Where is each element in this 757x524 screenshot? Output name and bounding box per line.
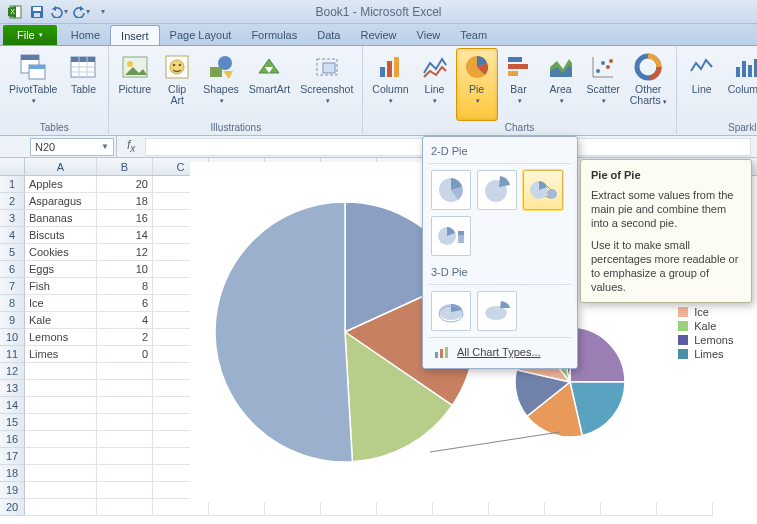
- cell[interactable]: 12: [97, 244, 153, 261]
- cell[interactable]: Limes: [25, 346, 97, 363]
- cell[interactable]: Eggs: [25, 261, 97, 278]
- excel-menu-icon[interactable]: X: [6, 3, 24, 21]
- pie-option-2d-exploded[interactable]: [477, 170, 517, 210]
- pie-option-bar-of-pie[interactable]: [431, 216, 471, 256]
- cell[interactable]: [25, 363, 97, 380]
- cell[interactable]: Bananas: [25, 210, 97, 227]
- row-header[interactable]: 16: [0, 431, 25, 448]
- cell[interactable]: [97, 380, 153, 397]
- select-all-corner[interactable]: [0, 158, 25, 175]
- cell[interactable]: [25, 465, 97, 482]
- tab-view[interactable]: View: [407, 25, 451, 45]
- cell[interactable]: [25, 431, 97, 448]
- cell[interactable]: [25, 448, 97, 465]
- cell[interactable]: [97, 414, 153, 431]
- tab-team[interactable]: Team: [450, 25, 497, 45]
- cell[interactable]: Biscuts: [25, 227, 97, 244]
- tab-home[interactable]: Home: [61, 25, 110, 45]
- screenshot-button[interactable]: Screenshot▾: [295, 48, 358, 121]
- row-header[interactable]: 10: [0, 329, 25, 346]
- sparkline-line-button[interactable]: Line: [681, 48, 723, 121]
- row-header[interactable]: 4: [0, 227, 25, 244]
- row-header[interactable]: 3: [0, 210, 25, 227]
- row-header[interactable]: 2: [0, 193, 25, 210]
- cell[interactable]: 2: [97, 329, 153, 346]
- row-header[interactable]: 8: [0, 295, 25, 312]
- cell[interactable]: [25, 397, 97, 414]
- cell[interactable]: [97, 499, 153, 516]
- row-header[interactable]: 6: [0, 261, 25, 278]
- cell[interactable]: [97, 431, 153, 448]
- all-chart-types-link[interactable]: All Chart Types...: [429, 338, 571, 364]
- cell[interactable]: 8: [97, 278, 153, 295]
- cell[interactable]: 16: [97, 210, 153, 227]
- tab-file[interactable]: File▾: [3, 25, 57, 45]
- save-icon[interactable]: [28, 3, 46, 21]
- cell[interactable]: 4: [97, 312, 153, 329]
- cell[interactable]: [97, 448, 153, 465]
- pie-option-3d-exploded[interactable]: [477, 291, 517, 331]
- scatter-chart-button[interactable]: Scatter▾: [582, 48, 625, 121]
- row-header[interactable]: 20: [0, 499, 25, 516]
- cell[interactable]: 6: [97, 295, 153, 312]
- cell[interactable]: [25, 380, 97, 397]
- cell[interactable]: [97, 397, 153, 414]
- cell[interactable]: [97, 482, 153, 499]
- cell[interactable]: [25, 482, 97, 499]
- cell[interactable]: 20: [97, 176, 153, 193]
- row-header[interactable]: 5: [0, 244, 25, 261]
- row-header[interactable]: 12: [0, 363, 25, 380]
- cell[interactable]: Kale: [25, 312, 97, 329]
- undo-icon[interactable]: ▾: [50, 3, 68, 21]
- area-chart-button[interactable]: Area▾: [540, 48, 582, 121]
- cell[interactable]: Fish: [25, 278, 97, 295]
- cell[interactable]: 0: [97, 346, 153, 363]
- picture-button[interactable]: Picture: [113, 48, 156, 121]
- row-header[interactable]: 18: [0, 465, 25, 482]
- pie-chart-button[interactable]: Pie▾: [456, 48, 498, 121]
- pie-option-2d-pie[interactable]: [431, 170, 471, 210]
- cell[interactable]: [25, 414, 97, 431]
- column-header[interactable]: A: [25, 158, 97, 175]
- cell[interactable]: 10: [97, 261, 153, 278]
- column-chart-button[interactable]: Column▾: [367, 48, 413, 121]
- row-header[interactable]: 7: [0, 278, 25, 295]
- tab-review[interactable]: Review: [350, 25, 406, 45]
- cell[interactable]: [25, 499, 97, 516]
- row-header[interactable]: 15: [0, 414, 25, 431]
- cell[interactable]: Lemons: [25, 329, 97, 346]
- cell[interactable]: Ice: [25, 295, 97, 312]
- fx-icon[interactable]: fx: [127, 138, 135, 154]
- pie-option-pie-of-pie[interactable]: [523, 170, 563, 210]
- clip-art-button[interactable]: ClipArt: [156, 48, 198, 121]
- bar-chart-button[interactable]: Bar▾: [498, 48, 540, 121]
- cell[interactable]: [97, 363, 153, 380]
- cell[interactable]: Cookies: [25, 244, 97, 261]
- row-header[interactable]: 1: [0, 176, 25, 193]
- cell[interactable]: 18: [97, 193, 153, 210]
- row-header[interactable]: 13: [0, 380, 25, 397]
- row-header[interactable]: 19: [0, 482, 25, 499]
- other-charts-button[interactable]: OtherCharts▾: [625, 48, 672, 121]
- cell[interactable]: [97, 465, 153, 482]
- cell[interactable]: 14: [97, 227, 153, 244]
- column-header[interactable]: B: [97, 158, 153, 175]
- row-header[interactable]: 11: [0, 346, 25, 363]
- sparkline-column-button[interactable]: Column: [723, 48, 757, 121]
- cell[interactable]: Apples: [25, 176, 97, 193]
- pie-option-3d-pie[interactable]: [431, 291, 471, 331]
- pivot-table-button[interactable]: PivotTable▾: [4, 48, 62, 121]
- name-box[interactable]: N20▼: [30, 138, 114, 156]
- smartart-button[interactable]: SmartArt: [244, 48, 295, 121]
- cell[interactable]: Asparagus: [25, 193, 97, 210]
- shapes-button[interactable]: Shapes▾: [198, 48, 244, 121]
- row-header[interactable]: 14: [0, 397, 25, 414]
- line-chart-button[interactable]: Line▾: [414, 48, 456, 121]
- tab-page-layout[interactable]: Page Layout: [160, 25, 242, 45]
- row-header[interactable]: 17: [0, 448, 25, 465]
- qat-more-icon[interactable]: ▾: [94, 3, 112, 21]
- tab-data[interactable]: Data: [307, 25, 350, 45]
- table-button[interactable]: Table: [62, 48, 104, 121]
- row-header[interactable]: 9: [0, 312, 25, 329]
- tab-insert[interactable]: Insert: [110, 25, 160, 45]
